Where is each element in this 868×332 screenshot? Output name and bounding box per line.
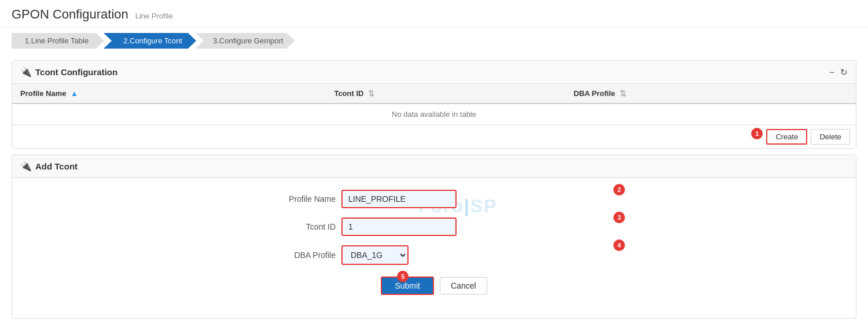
tcont-table: Profile Name ▲ Tcont ID ⇅ DBA Profile ⇅ … [12, 84, 856, 125]
sort-neutral-icon-1: ⇅ [368, 89, 374, 98]
sort-asc-icon: ▲ [71, 89, 78, 98]
create-badge: 1 [751, 128, 763, 139]
refresh-button[interactable]: ↻ [840, 67, 848, 78]
form-area: Foro|SP Profile Name 2 Tcont ID 3 DBA Pr… [12, 178, 856, 307]
step-1[interactable]: 1.Line Profile Table [12, 33, 104, 49]
form-actions: 5 Submit Cancel [381, 276, 487, 295]
col-tcont-id[interactable]: Tcont ID ⇅ [326, 84, 565, 104]
steps-bar: 1.Line Profile Table 2.Configure Tcont 3… [0, 27, 868, 54]
tcont-id-input[interactable] [341, 217, 457, 236]
tcont-config-header: 🔌 Tcont Configuration − ↻ [12, 61, 856, 84]
delete-button[interactable]: Delete [811, 129, 850, 145]
page-title: GPON Configuration [12, 7, 128, 21]
step-3[interactable]: 3.Configure Gemport [196, 33, 295, 49]
minimize-button[interactable]: − [829, 67, 834, 78]
dba-profile-field-wrap: DBA_1G DBA_512M DBA_256M 4 [341, 245, 608, 265]
table-empty-row: No data available in table [12, 104, 856, 125]
create-button[interactable]: Create [766, 129, 807, 145]
page-subtitle: Line Profile [135, 12, 173, 20]
add-puzzle-icon: 🔌 [20, 161, 32, 172]
add-tcont-section: 🔌 Add Tcont Foro|SP Profile Name 2 Tcont… [12, 154, 856, 319]
profile-name-row: Profile Name 2 [260, 190, 608, 208]
tcont-id-field-wrap: 3 [341, 217, 608, 236]
sort-neutral-icon-2: ⇅ [620, 89, 626, 98]
dba-profile-badge: 4 [613, 239, 625, 251]
tcont-config-title: 🔌 Tcont Configuration [20, 67, 117, 78]
dba-profile-select[interactable]: DBA_1G DBA_512M DBA_256M [341, 245, 409, 265]
cancel-button[interactable]: Cancel [440, 277, 487, 294]
dba-profile-label: DBA Profile [260, 250, 336, 260]
table-actions: 1 Create Delete [12, 125, 856, 148]
col-dba-profile[interactable]: DBA Profile ⇅ [565, 84, 856, 104]
profile-name-label: Profile Name [260, 194, 336, 204]
profile-name-badge: 2 [613, 184, 625, 195]
section-controls: − ↻ [829, 67, 848, 78]
profile-name-field-wrap: 2 [341, 190, 608, 208]
dba-profile-row: DBA Profile DBA_1G DBA_512M DBA_256M 4 [260, 245, 608, 265]
tcont-id-badge: 3 [613, 212, 625, 223]
step-2[interactable]: 2.Configure Tcont [104, 33, 196, 49]
col-profile-name[interactable]: Profile Name ▲ [12, 84, 326, 104]
page-header: GPON Configuration Line Profile [0, 0, 868, 27]
add-tcont-title: Add Tcont [35, 161, 78, 171]
tcont-id-row: Tcont ID 3 [260, 217, 608, 236]
tcont-config-section: 🔌 Tcont Configuration − ↻ Profile Name ▲… [12, 60, 856, 149]
add-tcont-header: 🔌 Add Tcont [12, 155, 856, 178]
empty-message: No data available in table [12, 104, 856, 125]
tcont-id-label: Tcont ID [260, 222, 336, 231]
profile-name-input[interactable] [341, 190, 457, 208]
puzzle-icon: 🔌 [20, 67, 32, 78]
